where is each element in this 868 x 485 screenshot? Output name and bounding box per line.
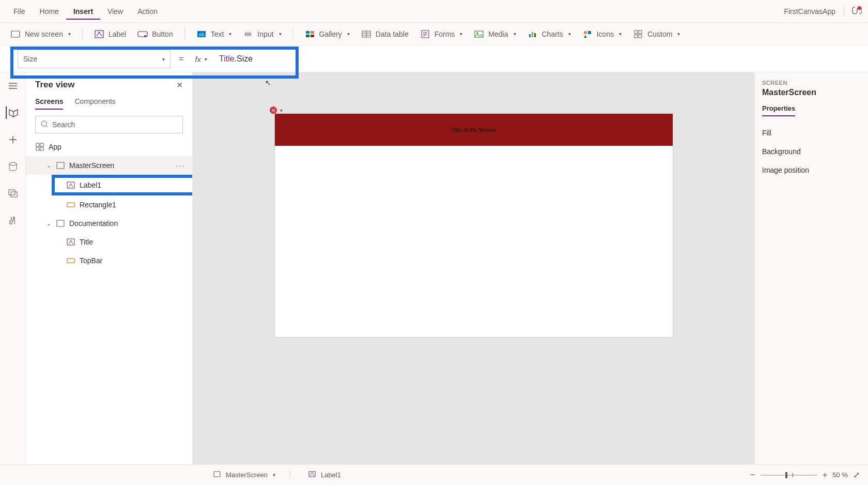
fit-to-window-icon[interactable]: ⤢ <box>853 470 860 480</box>
cursor-icon: ↖ <box>265 79 271 87</box>
chevron-down-icon: ▾ <box>229 31 231 37</box>
table-icon <box>361 30 371 38</box>
svg-rect-8 <box>311 31 314 34</box>
breadcrumb-screen[interactable]: MasterScreen ▾ <box>208 469 281 481</box>
label-icon <box>308 471 317 479</box>
rail-data[interactable] <box>6 160 20 173</box>
label-button[interactable]: Label <box>94 30 126 38</box>
caret-down-icon[interactable]: ⌄ <box>45 220 52 227</box>
forms-button[interactable]: Forms ▾ <box>420 30 463 38</box>
charts-button[interactable]: Charts ▾ <box>528 30 571 38</box>
rail-hamburger[interactable] <box>6 80 20 92</box>
rail-tree-view[interactable] <box>6 107 20 119</box>
tab-components[interactable]: Components <box>74 97 115 110</box>
tree-node-label: Documentation <box>69 219 118 228</box>
error-badge[interactable]: ✕ ▾ <box>270 107 283 114</box>
equals-label: = <box>176 54 187 64</box>
tree-view-panel: Tree view ✕ Screens Components Search Ap… <box>26 72 193 464</box>
tree-node-app[interactable]: App <box>26 138 192 156</box>
menu-file[interactable]: File <box>6 3 33 20</box>
data-table-button[interactable]: Data table <box>361 30 409 38</box>
rail-tools[interactable] <box>6 214 20 226</box>
tree-node-label: Rectangle1 <box>80 201 116 209</box>
label-label: Label <box>109 30 126 38</box>
app-icon <box>35 142 44 151</box>
fx-button[interactable]: fx ▾ <box>192 55 210 64</box>
tree-node-documentation[interactable]: ⌄ Documentation <box>26 214 192 233</box>
svg-rect-36 <box>67 239 74 245</box>
property-selector[interactable]: Size ▾ <box>18 50 171 68</box>
svg-point-4 <box>144 35 146 37</box>
zoom-slider[interactable] <box>761 475 817 476</box>
tree-node-masterscreen[interactable]: ⌄ MasterScreen ··· <box>26 156 192 175</box>
props-tab-properties[interactable]: Properties <box>762 104 795 116</box>
icons-label: Icons <box>597 30 614 38</box>
screen-icon <box>56 219 65 228</box>
menu-view[interactable]: View <box>100 3 130 20</box>
formula-token-property: .Size <box>235 54 253 63</box>
canvas-title-bar[interactable]: Title of the Screen <box>275 114 673 146</box>
insert-ribbon: New screen ▾ Label Button Ab Text ▾ Inpu… <box>0 23 868 46</box>
close-icon[interactable]: ✕ <box>176 80 183 90</box>
media-icon <box>474 30 484 38</box>
svg-rect-20 <box>634 31 638 34</box>
label-icon <box>66 180 75 190</box>
menu-action[interactable]: Action <box>130 3 165 20</box>
svg-rect-31 <box>40 147 43 150</box>
svg-point-24 <box>9 162 17 165</box>
custom-button[interactable]: Custom ▾ <box>633 30 680 38</box>
svg-rect-34 <box>67 203 74 207</box>
prop-row-fill[interactable]: Fill <box>762 124 861 142</box>
zoom-slider-tick <box>793 473 793 477</box>
formula-input[interactable]: Title.Size <box>215 54 253 64</box>
svg-rect-22 <box>634 35 638 38</box>
properties-panel: SCREEN MasterScreen Properties Fill Back… <box>754 72 868 464</box>
svg-rect-29 <box>40 143 43 146</box>
tree-node-label1[interactable]: Label1 <box>26 175 192 195</box>
app-checker-icon[interactable] <box>850 6 862 17</box>
canvas-area[interactable]: ↖ ✕ ▾ Title of the Screen <box>193 72 754 464</box>
more-icon[interactable]: ··· <box>176 161 185 170</box>
screen-icon <box>10 30 21 38</box>
zoom-in-button[interactable]: + <box>823 471 827 480</box>
button-icon <box>137 30 148 38</box>
tree-node-label: App <box>49 143 61 151</box>
tree-node-topbar[interactable]: TopBar <box>26 251 192 270</box>
button-button[interactable]: Button <box>137 30 173 38</box>
rail-media[interactable] <box>6 187 20 200</box>
canvas-screen[interactable]: ✕ ▾ Title of the Screen <box>275 114 673 337</box>
rail-insert[interactable] <box>6 133 20 146</box>
prop-row-image-position[interactable]: Image position <box>762 161 861 179</box>
screen-icon <box>56 161 65 170</box>
menu-home[interactable]: Home <box>33 3 66 20</box>
menu-insert[interactable]: Insert <box>66 3 100 20</box>
prop-row-background[interactable]: Background <box>762 142 861 161</box>
chevron-down-icon: ▾ <box>280 108 283 113</box>
zoom-slider-thumb[interactable] <box>785 472 787 478</box>
svg-rect-7 <box>306 31 309 34</box>
tree-node-rectangle1[interactable]: Rectangle1 <box>26 195 192 214</box>
svg-rect-1 <box>11 31 20 37</box>
icons-button[interactable]: Icons ▾ <box>582 30 622 38</box>
chevron-down-icon: ▾ <box>347 31 350 37</box>
zoom-out-button[interactable]: − <box>750 469 755 480</box>
label-icon <box>94 30 104 38</box>
svg-rect-32 <box>57 162 64 169</box>
search-input[interactable]: Search <box>35 116 183 133</box>
tree-tabs: Screens Components <box>26 93 192 110</box>
rectangle-icon <box>66 200 75 209</box>
text-button[interactable]: Ab Text ▾ <box>196 30 232 38</box>
tab-screens[interactable]: Screens <box>35 97 63 110</box>
tree-node-title[interactable]: Title <box>26 233 192 251</box>
new-screen-button[interactable]: New screen ▾ <box>10 30 71 38</box>
fx-label: fx <box>195 55 201 64</box>
caret-down-icon[interactable]: ⌄ <box>45 162 52 169</box>
breadcrumb-control[interactable]: Label1 <box>303 469 346 481</box>
gallery-button[interactable]: Gallery ▾ <box>305 30 350 38</box>
media-label: Media <box>488 30 508 38</box>
breadcrumb-separator: 〉 <box>288 469 296 480</box>
input-button[interactable]: Input ▾ <box>243 30 281 38</box>
media-button[interactable]: Media ▾ <box>474 30 516 38</box>
props-screen-label: SCREEN <box>762 80 861 86</box>
svg-rect-33 <box>67 182 74 188</box>
